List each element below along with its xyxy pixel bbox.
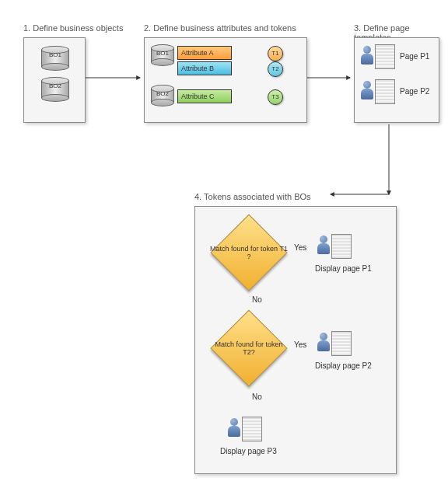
step1-box: BO1 BO2 bbox=[23, 37, 86, 123]
doc-icon bbox=[242, 417, 262, 441]
display-p1-label: Display page P1 bbox=[315, 264, 372, 273]
yes-label: Yes bbox=[294, 340, 306, 349]
doc-icon bbox=[375, 44, 395, 69]
token-t1: T1 bbox=[268, 46, 283, 61]
step2-title: 2. Define business attributes and tokens bbox=[144, 23, 296, 33]
bo2-label: BO2 bbox=[41, 82, 69, 89]
step1-title: 1. Define business objects bbox=[23, 23, 123, 33]
step2-bo1-label: BO1 bbox=[151, 50, 174, 57]
yes-label: Yes bbox=[294, 243, 306, 252]
step4-title: 4. Tokens associated with BOs bbox=[194, 192, 311, 201]
doc-icon bbox=[331, 331, 352, 356]
display-p2-label: Display page P2 bbox=[315, 361, 372, 370]
token-t3: T3 bbox=[268, 89, 283, 105]
step2-bo2-label: BO2 bbox=[151, 90, 174, 97]
bo2-cyl: BO2 bbox=[41, 77, 69, 102]
display-p3-label: Display page P3 bbox=[220, 447, 277, 455]
attr-a: Attribute A bbox=[177, 46, 232, 60]
step2-bo1: BO1 bbox=[151, 44, 174, 66]
step2-bo2: BO2 bbox=[151, 85, 174, 106]
no-label: No bbox=[252, 295, 262, 304]
doc-icon bbox=[375, 79, 395, 104]
bo1-cyl: BO1 bbox=[41, 46, 69, 71]
doc-icon bbox=[331, 234, 352, 259]
attr-c: Attribute C bbox=[177, 89, 232, 103]
attr-b: Attribute B bbox=[177, 61, 232, 75]
step2-box: BO1 Attribute A Attribute B BO2 Attribut… bbox=[144, 37, 307, 123]
token-t2: T2 bbox=[268, 61, 283, 77]
step3-box: Page P1 Page P2 bbox=[354, 37, 439, 123]
page-p2-label: Page P2 bbox=[400, 87, 429, 96]
bo1-label: BO1 bbox=[41, 51, 69, 58]
page-p1-label: Page P1 bbox=[400, 52, 429, 61]
no-label: No bbox=[252, 393, 262, 401]
